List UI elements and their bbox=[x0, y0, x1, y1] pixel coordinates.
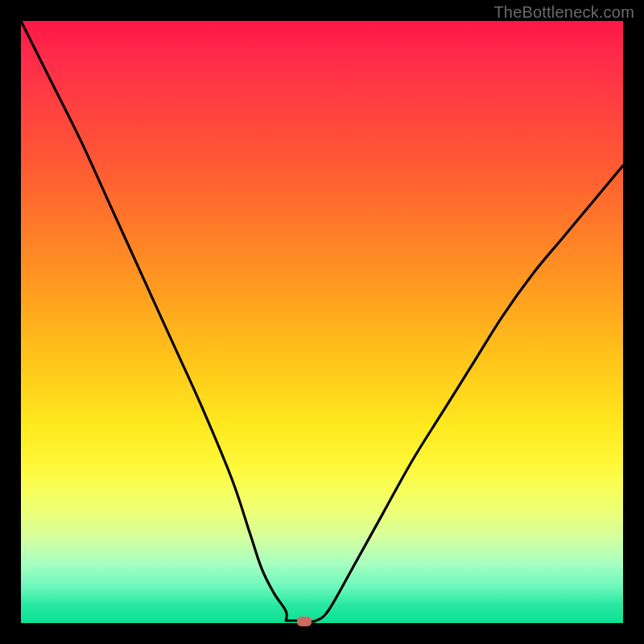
chart-frame: TheBottleneck.com bbox=[0, 0, 644, 644]
bottleneck-curve bbox=[21, 21, 623, 623]
watermark-text: TheBottleneck.com bbox=[493, 3, 634, 22]
plot-area bbox=[21, 21, 623, 623]
optimal-point-marker bbox=[297, 617, 312, 626]
